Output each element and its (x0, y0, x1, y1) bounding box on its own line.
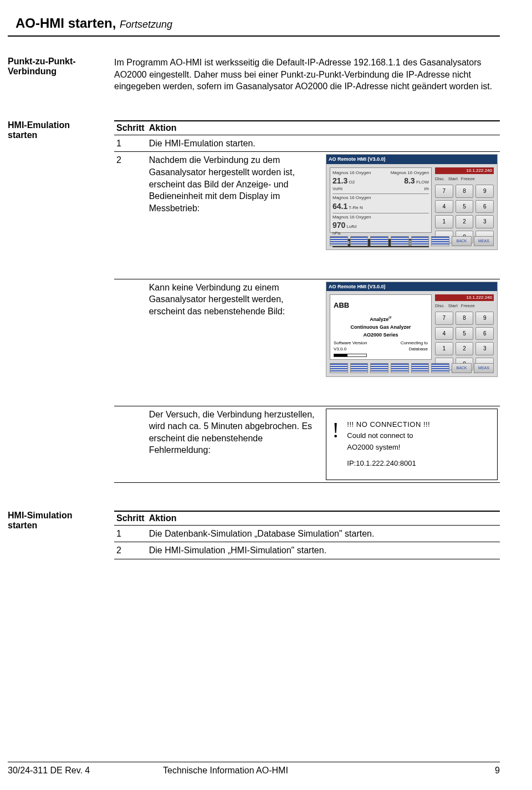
softkey[interactable] (391, 236, 409, 246)
sim-label: HMI-Simulation starten (8, 511, 114, 559)
analyze-sub1: Continuous Gas Analyzer (334, 324, 428, 330)
key-4[interactable]: 4 (435, 327, 453, 340)
th-schritt: Schritt (114, 121, 147, 135)
softkey-row (330, 363, 449, 373)
err-line-1: !!! NO CONNECTION !!! (347, 419, 430, 431)
u: O2 (349, 180, 355, 185)
key-1[interactable]: 1 (435, 342, 453, 355)
lbl: Magnos 16 Oxygen (332, 215, 429, 221)
err-line-2: Could not connect to (347, 430, 430, 442)
hmi-right-panel: 10.1.222.240 Disc. Start Freeze 7 8 (435, 294, 494, 360)
step-text: Die HMI-Simulation „HMI-Simulation" star… (147, 542, 500, 559)
key-3[interactable]: 3 (475, 215, 494, 228)
key-8[interactable]: 8 (456, 185, 474, 198)
key-4[interactable]: 4 (435, 200, 453, 213)
softkey[interactable] (350, 236, 369, 246)
softkey[interactable] (431, 363, 449, 373)
table-row: 1 Die Datenbank-Simulation „Database Sim… (114, 525, 500, 542)
key-2[interactable]: 2 (456, 215, 474, 228)
hmi-titlebar: AO Remote HMI (V3.0.0) (326, 155, 497, 164)
step-num: 2 (114, 152, 147, 279)
softkey-row (330, 236, 449, 246)
softkey[interactable] (350, 363, 369, 373)
step-cell: Nachdem die Verbindung zu dem Gasanalysa… (147, 152, 500, 279)
step-num: 1 (114, 135, 147, 152)
lnk: Freeze (461, 176, 475, 182)
emul-label: HMI-Emulation starten (8, 120, 114, 483)
table-row: 1 Die HMI-Emulation starten. (114, 135, 500, 152)
softkey[interactable] (431, 236, 449, 246)
key-3[interactable]: 3 (475, 342, 494, 355)
section-emulation: HMI-Emulation starten Schritt Aktion 1 D… (8, 120, 500, 483)
continuation-text: Fortsetzung (120, 19, 172, 30)
softkey[interactable] (330, 236, 348, 246)
softkey[interactable] (411, 236, 429, 246)
t: Analyze (370, 317, 388, 322)
ptp-label-2: Verbindung (8, 67, 57, 76)
fail-text: Der Versuch, die Verbindung herzustellen… (149, 409, 321, 456)
section-simulation: HMI-Simulation starten Schritt Aktion 1 … (8, 511, 500, 559)
table-row: 2 Nachdem die Verbindung zu dem Gasanaly… (114, 152, 500, 279)
hmi-display: Magnos 16 OxygenMagnos 16 Oxygen 21.3 O2… (330, 167, 432, 233)
hmi-screenshot-connected: AO Remote HMI (V3.0.0) Magnos 16 OxygenM… (326, 154, 498, 249)
lnk: Disc. (435, 176, 445, 182)
step-num: 2 (114, 542, 147, 559)
abb-logo: ABB (334, 300, 428, 310)
back-button[interactable]: BACK (452, 236, 472, 246)
noconn-text: Kann keine Verbindung zu einem Gasanalys… (149, 282, 321, 318)
lbl: Magnos 16 Oxygen (332, 195, 429, 201)
key-7[interactable]: 7 (435, 312, 453, 325)
meas-button[interactable]: MEAS (474, 363, 494, 373)
key-5[interactable]: 5 (456, 327, 474, 340)
ptp-label-1: Punkt-zu-Punkt- (8, 57, 76, 66)
softkey[interactable] (411, 363, 429, 373)
key-8[interactable]: 8 (456, 312, 474, 325)
th-aktion: Aktion (147, 121, 500, 135)
sup: IT (388, 316, 391, 319)
val-luft: 970 (332, 221, 345, 230)
key-6[interactable]: 6 (475, 327, 494, 340)
loading-bar (334, 354, 367, 357)
key-7[interactable]: 7 (435, 185, 453, 198)
key-1[interactable]: 1 (435, 215, 453, 228)
val-flow: 8.3 (404, 176, 415, 185)
footer-center: Technische Information AO-HMI (163, 766, 495, 776)
err-line-3: AO2000 system! (347, 442, 430, 453)
section-ptp: Punkt-zu-Punkt- Verbindung Im Programm A… (8, 57, 500, 93)
key-5[interactable]: 5 (456, 200, 474, 213)
key-6[interactable]: 6 (475, 200, 494, 213)
softkey[interactable] (370, 236, 388, 246)
step-text: Die HMI-Emulation starten. (147, 135, 500, 152)
key-9[interactable]: 9 (475, 312, 494, 325)
softkey[interactable] (391, 363, 409, 373)
ptp-label: Punkt-zu-Punkt- Verbindung (8, 57, 114, 93)
title-text: AO-HMI starten, (16, 16, 116, 30)
hmi-display-splash: ABB AnalyzeIT Continuous Gas Analyzer AO… (330, 294, 432, 360)
softkey[interactable] (370, 363, 388, 373)
keypad: 7 8 9 4 5 6 1 2 3 . (435, 185, 494, 243)
step-text: Nachdem die Verbindung zu dem Gasanalysa… (149, 154, 321, 214)
step-num: 1 (114, 525, 147, 542)
ptp-content: Im Programm AO-HMI ist werksseitig die D… (114, 57, 500, 93)
footer-left: 30/24-311 DE Rev. 4 (8, 766, 163, 776)
hmi-screenshot-noconnection: AO Remote HMI (V3.0.0) ABB AnalyzeIT Con… (326, 282, 498, 377)
footer-right: 9 (495, 766, 500, 776)
hmi-right-panel: 10.1.222.240 Disc. Start Freeze 7 8 (435, 167, 494, 233)
sim-label-2: starten (8, 521, 37, 530)
keypad: 7 8 9 4 5 6 1 2 3 . (435, 312, 494, 370)
key-2[interactable]: 2 (456, 342, 474, 355)
page-title: AO-HMI starten, Fortsetzung (8, 0, 500, 37)
table-row: 2 Die HMI-Simulation „HMI-Simulation" st… (114, 542, 500, 559)
lnk: Start (448, 176, 458, 182)
u: Vol% (332, 186, 342, 192)
lnk: Freeze (461, 303, 475, 309)
back-button[interactable]: BACK (452, 363, 472, 373)
ptp-text: Im Programm AO-HMI ist werksseitig die D… (114, 57, 500, 93)
softkey[interactable] (330, 363, 348, 373)
key-9[interactable]: 9 (475, 185, 494, 198)
lnk: Start (448, 303, 458, 309)
analyze-sub2: AO2000 Series (334, 332, 428, 338)
th-schritt: Schritt (114, 511, 147, 526)
ip-bar: 10.1.222.240 (435, 294, 494, 302)
meas-button[interactable]: MEAS (474, 236, 494, 246)
